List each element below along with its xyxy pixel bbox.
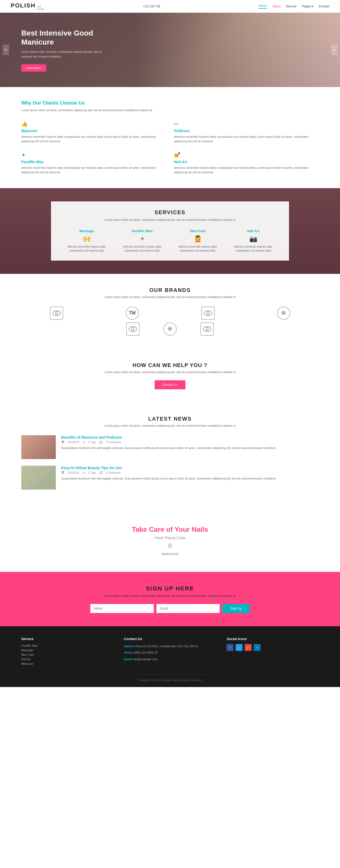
news-desc: Lorem ipsum dolor sit amet, consectetur … (21, 424, 319, 427)
facebook-icon[interactable]: f (227, 644, 233, 651)
scissors-icon: ✂ (174, 121, 319, 127)
nav-pages[interactable]: Pages ▾ (302, 4, 313, 8)
footer-contact-title: Contact Us (124, 637, 216, 641)
phone-number: +123 567 88 (142, 4, 160, 8)
news-body-1: Suspendisse tincidunt velit velit sagitt… (61, 446, 319, 451)
services-inner: SERVICES Lorem ipsum dolor sit amet, con… (51, 202, 289, 260)
email-label: Email (124, 657, 132, 661)
gear-icon: ⚙ (21, 542, 319, 550)
why-item-pedicure: ✂ Pedicure delectus reiciendis maiores a… (174, 121, 319, 144)
nav-home[interactable]: Home (258, 4, 267, 9)
takecare-sub2: Awesome! (21, 552, 319, 556)
takecare-sub1: Paint Theme Color (21, 536, 319, 540)
footer-link-skincare[interactable]: Skin Care (21, 653, 113, 656)
news-item-1: Benefits of Manicure and Pedicure 📅 12/4… (21, 435, 319, 459)
services-grid: Massage 🙌 delectus reiciendis maiores al… (62, 229, 278, 253)
news-date-icon-2: 📅 (61, 471, 64, 474)
hero-read-more-button[interactable]: Read More (21, 64, 46, 72)
footer-service-links: Paraffin Wax Massage Skin Care Nail Art … (21, 644, 113, 665)
signup-desc: Lorem ipsum dolor sit amet, consectetur … (21, 594, 319, 597)
signup-email-input[interactable] (157, 604, 220, 613)
why-desc: Lorem ipsum dolor sit amet, consectetur … (21, 108, 181, 113)
footer-link-paraffin[interactable]: Paraffin Wax (21, 644, 113, 647)
service-card-paraffin: Paraffin Wax ✦ delectus reiciendis maior… (117, 229, 167, 253)
brand-cc-3 (126, 322, 139, 336)
why-paraffin-title: Paraffin Wax (21, 160, 166, 164)
takecare-section: Take Care of Your Nails Paint Theme Colo… (0, 509, 340, 572)
hero-section: < Best Intensive GoodManicure Lorem ipsu… (0, 13, 340, 87)
news-date-1: 12/4/2019 (67, 441, 79, 444)
email-value: info@example.com (133, 657, 158, 661)
sparkle-icon: ✦ (21, 152, 166, 158)
news-tags-2: 5 Tags (88, 471, 96, 474)
brand-registered-2: ® (163, 322, 177, 336)
news-item-title-1[interactable]: Benefits of Manicure and Pedicure (61, 435, 319, 439)
signup-name-input[interactable] (90, 604, 154, 613)
news-tag-icon: 🏷 (83, 441, 85, 444)
why-nailart-text: delectus reiciendis maiores alias conseq… (174, 165, 319, 175)
nail-icon: 💅 (174, 152, 319, 158)
brand-registered-1: ® (277, 307, 290, 320)
brands-row2: ® (117, 322, 223, 336)
news-header: LATEST NEWS Lorem ipsum dolor sit amet, … (21, 416, 319, 427)
nav-contact[interactable]: Contact (318, 4, 329, 8)
services-section: SERVICES Lorem ipsum dolor sit amet, con… (0, 188, 340, 274)
hero-prev-button[interactable]: < (3, 44, 9, 55)
twitter-icon[interactable]: t (236, 644, 243, 651)
news-image-1 (21, 435, 56, 459)
takecare-title: Take Care of Your Nails (21, 525, 319, 534)
linkedin-icon[interactable]: in (254, 644, 261, 651)
news-tags-1: 5 Tags (88, 441, 96, 444)
footer-link-massage[interactable]: Massage (21, 649, 113, 652)
news-item-title-2[interactable]: Easy-to-follow Beauty Tips for you (61, 466, 319, 470)
why-pedicure-text: delectus reiciendis maiores alias conseq… (174, 134, 319, 144)
signup-button[interactable]: Sign Up (222, 604, 250, 613)
contact-us-button[interactable]: Contact Us (154, 380, 185, 389)
why-pedicure-title: Pedicure (174, 129, 319, 133)
hero-content: Best Intensive GoodManicure Lorem ipsum … (0, 13, 133, 87)
logo-nail: NailDesign (37, 6, 44, 10)
news-content-1: Benefits of Manicure and Pedicure 📅 12/4… (61, 435, 319, 459)
address-label: Address (124, 645, 136, 648)
hero-title: Best Intensive GoodManicure (21, 29, 112, 46)
header: POLISH NailDesign +123 567 88 Home About… (0, 0, 340, 13)
service-card-nailart: Nail Art 📷 delectus reiciendis maiores a… (228, 229, 278, 253)
brand-tm: TM (125, 307, 139, 320)
why-paraffin-text: delectus reiciendis maiores alias conseq… (21, 165, 166, 175)
footer-service-title: Service (21, 637, 113, 641)
nav-about[interactable]: About (272, 4, 281, 8)
service-nailart-title: Nail Art (228, 229, 278, 233)
news-title: LATEST NEWS (21, 416, 319, 422)
signup-section: SIGN UP HERE Lorem ipsum dolor sit amet,… (0, 572, 340, 626)
paraffin-icon: ✦ (117, 235, 167, 243)
footer-address: Address Broome St,(003), Canada New York… (124, 644, 216, 649)
signup-title: SIGN UP HERE (21, 585, 319, 592)
massage-icon: 🙌 (62, 235, 112, 243)
news-date-2: 12/4/2019 (67, 471, 79, 474)
news-date-icon: 📅 (61, 441, 64, 444)
news-image-2 (21, 466, 56, 490)
why-manicure-title: Manicure (21, 129, 166, 133)
main-nav: Home About Service Pages ▾ Contact (258, 4, 329, 9)
why-manicure-text: delectus reiciendis maiores alias conseq… (21, 134, 166, 144)
brands-title: OUR BRANDS (21, 287, 319, 293)
service-skincare-text: delectus reiciendis maiores alias conseq… (173, 245, 223, 253)
hero-next-button[interactable]: > (331, 44, 337, 55)
service-card-skincare: Skin Care 💆 delectus reiciendis maiores … (173, 229, 223, 253)
news-comments-1: 0 Comments (106, 441, 121, 444)
news-item-2: Easy-to-follow Beauty Tips for you 📅 12/… (21, 466, 319, 490)
why-title: Why Our Clients Choose Us (21, 100, 319, 106)
google-plus-icon[interactable]: g+ (245, 644, 252, 651)
brand-cc-4 (201, 322, 214, 336)
footer-link-nailart[interactable]: Nail Art (21, 657, 113, 661)
social-icons-row: f t g+ in (227, 644, 319, 651)
service-paraffin-title: Paraffin Wax (117, 229, 167, 233)
service-nailart-text: delectus reiciendis maiores alias conseq… (228, 245, 278, 253)
footer-social-col: Social Icons f t g+ in (227, 637, 319, 666)
logo-polish: POLISH (11, 2, 36, 9)
footer-link-manicure[interactable]: Manicure (21, 662, 113, 665)
nav-service[interactable]: Service (286, 4, 297, 8)
brands-desc: Lorem ipsum dolor sit amet, consectetur … (21, 296, 319, 299)
news-comment-icon: 💬 (100, 441, 103, 444)
why-nailart-title: Nail Art (174, 160, 319, 164)
